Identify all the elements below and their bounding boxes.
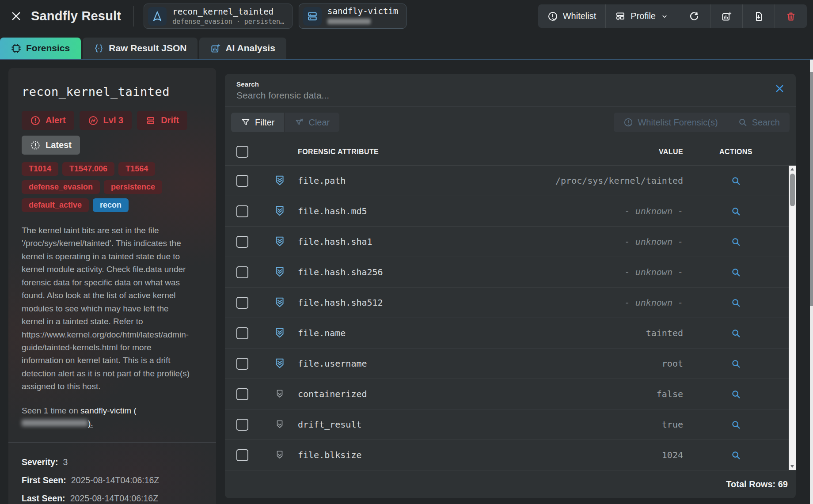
tab-ai-analysis[interactable]: AI Analysis xyxy=(199,38,286,59)
magnifier-icon xyxy=(731,420,741,430)
row-checkbox[interactable] xyxy=(236,388,248,400)
magnifier-icon xyxy=(731,328,741,338)
funnel-clear-icon xyxy=(294,117,304,127)
forensic-shield-icon xyxy=(274,389,285,399)
ai-chart-icon xyxy=(210,43,220,53)
detection-meta: Severity: 3 First Seen: 2025-08-14T04:06… xyxy=(22,453,203,504)
whitelist-forensics-button[interactable]: Whitelist Forensic(s) xyxy=(614,113,727,132)
row-checkbox[interactable] xyxy=(236,327,248,339)
row-checkbox[interactable] xyxy=(236,419,248,431)
select-all-checkbox[interactable] xyxy=(236,146,248,158)
page-title: Sandfly Result xyxy=(31,9,121,23)
table-scrollbar-thumb[interactable] xyxy=(790,174,795,206)
row-search-button[interactable] xyxy=(729,326,744,341)
result-toolbar: Whitelist Profile xyxy=(538,4,807,28)
magnifier-icon xyxy=(731,389,741,399)
tab-raw-result-json[interactable]: Raw Result JSON xyxy=(83,38,198,59)
severity-row: Severity: 3 xyxy=(22,453,203,471)
tag-chip: T1547.006 xyxy=(62,162,114,176)
row-checkbox[interactable] xyxy=(236,175,248,187)
sandfly-logo-icon xyxy=(148,7,167,26)
export-document-button[interactable] xyxy=(742,4,775,28)
row-checkbox[interactable] xyxy=(236,449,248,461)
whitelist-button[interactable]: Whitelist xyxy=(538,4,606,28)
table-scrollbar[interactable] xyxy=(789,166,796,470)
table-row: file.path /proc/sys/kernel/tainted xyxy=(225,166,789,196)
forensic-attribute: file.path xyxy=(298,175,533,186)
top-header: Sandfly Result recon_kernel_tainted defe… xyxy=(0,0,813,32)
forensic-value: tainted xyxy=(533,328,683,338)
drift-server-icon xyxy=(145,115,156,126)
forensic-attribute: file.name xyxy=(298,328,533,338)
sandfly-chip[interactable]: recon_kernel_tainted defense_evasion · p… xyxy=(144,4,293,29)
row-search-button[interactable] xyxy=(729,295,744,310)
redacted-ip xyxy=(22,420,88,426)
table-row: file.hash.md5 - unknown - xyxy=(225,196,789,226)
detection-title: recon_kernel_tainted xyxy=(22,85,203,99)
tab-forensics[interactable]: Forensics xyxy=(0,38,81,59)
row-search-button[interactable] xyxy=(729,204,744,219)
header-divider xyxy=(133,6,134,27)
last-seen-row: Last Seen: 2025-08-14T04:06:16Z xyxy=(22,489,203,504)
row-search-button[interactable] xyxy=(729,387,744,402)
clear-filter-button[interactable]: Clear xyxy=(284,113,339,132)
table-row: file.blksize 1024 xyxy=(225,440,789,470)
delete-button[interactable] xyxy=(775,4,807,28)
forensic-value: - unknown - xyxy=(533,267,683,277)
close-result-button[interactable] xyxy=(7,8,25,25)
table-footer: Total Rows: 69 xyxy=(225,470,796,498)
forensic-value: - unknown - xyxy=(533,236,683,247)
row-checkbox[interactable] xyxy=(236,266,248,278)
row-search-button[interactable] xyxy=(729,173,744,188)
page-scrollbar[interactable] xyxy=(810,60,813,504)
column-actions: ACTIONS xyxy=(683,148,789,156)
row-checkbox[interactable] xyxy=(236,236,248,248)
profile-button[interactable]: Profile xyxy=(605,4,678,28)
host-chip[interactable]: sandfly-victim xyxy=(299,4,406,29)
forensic-attribute: file.hash.md5 xyxy=(298,206,533,216)
forensic-badge-icon xyxy=(274,235,286,248)
redacted-host-ip xyxy=(327,19,371,24)
row-checkbox[interactable] xyxy=(236,297,248,309)
table-search-button[interactable]: Search xyxy=(728,113,790,132)
host-chip-title: sandfly-victim xyxy=(327,6,398,17)
scroll-down-arrow-icon[interactable] xyxy=(790,465,794,468)
table-row: file.hash.sha512 - unknown - xyxy=(225,287,789,318)
first-seen-row: First Seen: 2025-08-14T04:06:16Z xyxy=(22,471,203,489)
row-search-button[interactable] xyxy=(729,265,744,280)
alert-circle-icon xyxy=(30,115,41,126)
forensic-attribute: drift_result xyxy=(298,419,533,430)
forensic-value: - unknown - xyxy=(533,206,683,216)
page-scrollbar-thumb[interactable] xyxy=(810,72,813,306)
mitre-tags: T1014 T1547.006 T1564 defense_evasion pe… xyxy=(22,162,203,212)
forensic-shield-icon xyxy=(274,450,285,460)
chevron-down-icon xyxy=(661,12,669,20)
scroll-up-arrow-icon[interactable] xyxy=(790,168,794,171)
host-link[interactable]: sandfly-victim xyxy=(80,406,131,415)
row-checkbox[interactable] xyxy=(236,358,248,370)
search-close-button[interactable] xyxy=(774,83,785,94)
forensic-value: 1024 xyxy=(533,450,683,460)
forensic-attribute: file.hash.sha512 xyxy=(298,297,533,308)
row-search-button[interactable] xyxy=(729,417,744,432)
forensic-badge-icon xyxy=(274,266,286,278)
row-search-button[interactable] xyxy=(729,447,744,462)
panel-divider xyxy=(8,442,216,443)
tab-ai-analysis-label: AI Analysis xyxy=(225,43,275,53)
close-icon xyxy=(11,11,21,21)
report-chart-button[interactable] xyxy=(710,4,742,28)
filter-button[interactable]: Filter xyxy=(231,113,284,132)
search-input[interactable] xyxy=(236,90,758,101)
row-search-button[interactable] xyxy=(729,356,744,371)
refresh-button[interactable] xyxy=(678,4,710,28)
forensic-badge-icon xyxy=(274,296,286,309)
detection-description: The kernel taint bits are set in the fil… xyxy=(22,224,191,393)
tag-chip: T1564 xyxy=(118,162,155,176)
forensic-shield-icon xyxy=(274,419,285,430)
table-row: drift_result true xyxy=(225,409,789,440)
table-row: file.hash.sha256 - unknown - xyxy=(225,257,789,287)
row-search-button[interactable] xyxy=(729,234,744,249)
row-checkbox[interactable] xyxy=(236,205,248,217)
magnifier-icon xyxy=(731,267,741,277)
magnifier-icon xyxy=(731,450,741,460)
